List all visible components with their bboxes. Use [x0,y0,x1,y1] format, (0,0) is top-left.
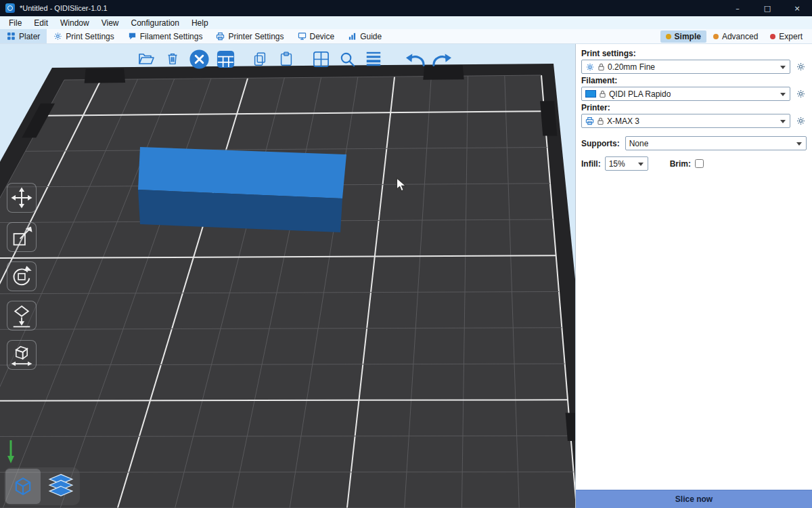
plate-clip [85,68,125,83]
measure-gizmo-button[interactable] [7,340,37,370]
delete-all-icon [189,49,210,70]
build-plate-3d-view[interactable] [0,44,575,508]
tab-filament-settings[interactable]: Filament Settings [121,29,210,43]
gear-icon [53,32,62,41]
menu-edit[interactable]: Edit [28,18,54,28]
arrange-button[interactable] [213,47,238,71]
filament-row: QIDI PLA Rapido [581,87,807,101]
copy-button[interactable] [248,47,272,71]
printer-combo[interactable]: X-MAX 3 [581,114,790,128]
window-controls: – □ × [723,0,812,16]
preview-view-button[interactable] [43,469,78,504]
tab-label: Guide [360,32,382,41]
open-project-button[interactable] [134,47,158,71]
maximize-button[interactable]: □ [752,0,782,16]
gear-icon [796,89,806,99]
viewport-3d[interactable] [0,44,575,508]
open-folder-icon [137,50,155,68]
search-icon [338,50,357,68]
mode-expert[interactable]: Expert [765,30,808,43]
slice-now-button[interactable]: Slice now [576,490,812,508]
gear-icon [796,62,806,72]
supports-value: None [629,139,649,148]
mode-simple[interactable]: Simple [660,30,706,43]
tab-label: Device [310,32,335,41]
infill-label: Infill: [581,159,601,169]
filament-combo[interactable]: QIDI PLA Rapido [581,87,790,101]
place-on-face-gizmo-button[interactable] [7,301,37,331]
minimize-button[interactable]: – [723,0,752,16]
mode-advanced[interactable]: Advanced [708,30,763,43]
simple-mode-dot [666,34,671,39]
printer-gear-button[interactable] [794,116,807,126]
supports-row: Supports: None [581,136,807,150]
mode-label: Expert [779,32,803,41]
redo-icon [431,49,453,68]
tab-bar: Plater Print Settings Filament Settings … [0,29,812,44]
tab-label: Filament Settings [140,32,203,41]
brim-checkbox[interactable] [695,159,704,168]
brim-label: Brim: [670,159,691,169]
infill-row: Infill: 15% Brim: [581,156,807,171]
lock-icon [598,63,604,71]
advanced-mode-dot [713,34,719,39]
scale-gizmo-button[interactable] [7,222,37,252]
titlebar: *Untitled - QIDISlicer-1.0.1 – □ × [0,0,812,16]
paste-button[interactable] [274,47,298,71]
expert-mode-dot [770,34,775,39]
menu-bar: File Edit Window View Configuration Help [0,16,812,29]
print-settings-value: 0.20mm Fine [608,62,655,72]
menu-configuration[interactable]: Configuration [125,18,185,28]
infill-value: 15% [609,159,625,169]
delete-all-button[interactable] [187,47,211,71]
app-logo-icon [5,3,15,13]
print-settings-combo[interactable]: 0.20mm Fine [581,60,790,74]
tab-plater[interactable]: Plater [0,29,47,43]
measure-icon [9,343,34,367]
infill-combo[interactable]: 15% [605,156,648,171]
print-settings-gear-button[interactable] [794,62,807,72]
split-view-button[interactable] [309,47,333,71]
editor-cube-icon [8,471,38,501]
undo-button[interactable] [403,47,428,71]
guide-icon [348,32,357,41]
model-object[interactable] [138,147,346,198]
printer-row: X-MAX 3 [581,114,807,128]
filament-value: QIDI PLA Rapido [609,89,671,99]
menu-window[interactable]: Window [54,18,95,28]
menu-file[interactable]: File [3,18,28,28]
editor-view-button[interactable] [5,469,41,504]
supports-label: Supports: [581,139,620,148]
close-button[interactable]: × [782,0,812,16]
menu-view[interactable]: View [95,18,125,28]
printer-value: X-MAX 3 [607,117,639,126]
tab-label: Print Settings [66,32,114,41]
paste-icon [278,51,294,67]
plater-icon [7,32,16,41]
plater-toolbar [134,47,454,71]
tab-printer-settings[interactable]: Printer Settings [209,29,290,43]
copy-icon [252,51,268,67]
search-button[interactable] [335,47,359,71]
supports-combo[interactable]: None [625,136,807,150]
menu-help[interactable]: Help [185,18,215,28]
tab-device[interactable]: Device [291,29,342,43]
tab-guide[interactable]: Guide [341,29,388,43]
move-gizmo-button[interactable] [7,183,37,213]
undo-icon [405,49,426,68]
move-icon [9,186,34,210]
tab-label: Plater [19,32,40,41]
rotate-gizmo-button[interactable] [7,261,37,291]
trash-icon [164,51,181,67]
lock-icon [600,90,606,98]
device-monitor-icon [298,32,307,41]
redo-button[interactable] [430,47,454,71]
tab-print-settings[interactable]: Print Settings [47,29,120,43]
layer-height-icon [365,50,382,68]
variable-layer-height-button[interactable] [361,47,386,71]
printer-icon [585,117,594,125]
mode-label: Advanced [722,32,758,41]
delete-button[interactable] [160,47,185,71]
filament-gear-button[interactable] [794,89,807,99]
view-mode-bar [4,467,80,505]
